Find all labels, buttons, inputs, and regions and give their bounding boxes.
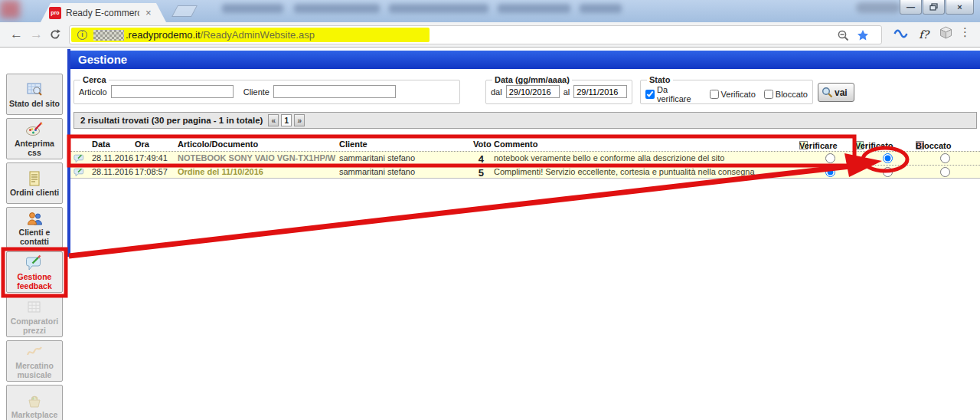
row1-verificare-radio[interactable] (825, 167, 835, 177)
browser-menu-icon[interactable]: ⋮ (959, 25, 971, 39)
extension-icons: f? (893, 26, 952, 42)
col-header-voto: Voto (473, 139, 492, 149)
search-fieldset: Cerca Articolo Cliente (74, 75, 460, 104)
cliente-label: Cliente (243, 87, 270, 97)
info-icon[interactable] (77, 30, 87, 40)
sidebar-label: Gestione feedback (7, 272, 62, 290)
dal-label: dal (491, 87, 502, 97)
articolo-input[interactable] (111, 85, 234, 98)
pagination-prev-button[interactable]: « (268, 114, 279, 126)
window-controls: — × (900, 0, 974, 15)
cliente-input[interactable] (273, 85, 396, 98)
cell-voto: 5 (470, 167, 484, 179)
censored-url-segment (93, 30, 124, 41)
browser-titlebar: pro Ready E-commerce - Pan × — × (0, 0, 980, 22)
tab-close-icon[interactable]: × (145, 7, 152, 18)
cell-cliente: sammaritani stefano (339, 167, 415, 176)
censored-blob (389, 4, 488, 13)
sidebar-label: Ordini clienti (8, 188, 60, 197)
cell-articolo-link[interactable]: NOTEBOOK SONY VAIO VGN-TX1HP/W (178, 153, 335, 162)
close-button[interactable]: × (946, 0, 974, 15)
feedback-row: 28.11.2016 17:08:57 Ordine del 11/10/201… (70, 165, 980, 179)
sidebar-item-anteprima-css[interactable]: Anteprima css (6, 118, 63, 159)
censored-blob (856, 2, 900, 13)
wave-extension-icon[interactable] (893, 28, 908, 41)
cell-commento: notebook veramente bello e conforme alla… (494, 153, 724, 162)
zoom-out-icon[interactable] (838, 30, 849, 44)
censored-blob (222, 4, 283, 13)
forward-icon[interactable] (30, 26, 43, 43)
pagination-page-button[interactable]: 1 (281, 114, 292, 126)
censored-blob (294, 4, 380, 13)
verificato-header-label: Verificato (855, 141, 893, 150)
da-verificare-checkbox[interactable] (645, 90, 655, 99)
tab-favicon: pro (49, 7, 61, 19)
refresh-icon[interactable] (49, 28, 61, 44)
status-fieldset: Stato Da verificare Verificato Bloccato (640, 75, 813, 104)
row1-bloccato-radio[interactable] (940, 167, 950, 177)
sidebar-label: Clienti e contatti (7, 228, 62, 246)
screenshot-root: { "colors": { "annotation_red": "#e01111… (0, 0, 980, 420)
cell-data: 28.11.2016 (92, 153, 133, 162)
col-header-cliente: Cliente (339, 139, 368, 149)
col-header-commento: Commento (494, 139, 537, 149)
cell-commento: Complimenti! Servizio eccellente, cortes… (494, 167, 755, 176)
sidebar-item-gestione-feedback[interactable]: Gestione feedback (6, 251, 63, 293)
new-tab-button[interactable] (172, 5, 198, 17)
verificato-checkbox[interactable] (710, 90, 719, 99)
search-icon (822, 87, 833, 98)
browser-tab[interactable]: pro Ready E-commerce - Pan × (51, 3, 156, 22)
fn-extension-icon[interactable]: f? (919, 28, 929, 41)
sidebar-item-clienti-e-contatti[interactable]: Clienti e contatti (6, 207, 63, 248)
minimize-button[interactable]: — (900, 0, 922, 15)
sidebar-item-comparatori-prezzi[interactable]: Comparatori prezzi (6, 296, 63, 337)
site-status-icon (25, 81, 44, 98)
bloccato-label: Bloccato (776, 90, 808, 99)
sidebar-item-ordini-clienti[interactable]: Ordini clienti (6, 162, 63, 204)
date-fieldset: Data (gg/mm/aaaa) dal al (485, 75, 632, 104)
row0-verificare-radio[interactable] (825, 153, 835, 163)
feedback-edit-icon[interactable] (74, 167, 85, 179)
maximize-button[interactable] (923, 0, 945, 15)
row1-verificato-radio[interactable] (883, 167, 893, 177)
cell-data: 28.11.2016 (92, 167, 133, 176)
al-label: al (564, 87, 570, 97)
verificare-header-label: Verificare (799, 141, 838, 150)
sidebar-item-mercatino-musicale[interactable]: Mercatino musicale (6, 340, 63, 382)
row0-verificato-radio[interactable] (883, 153, 893, 163)
table-header-row: Data Ora Articolo/Documento Cliente Voto… (70, 138, 980, 151)
cell-articolo-link[interactable]: Ordine del 11/10/2016 (178, 167, 263, 176)
vai-button[interactable]: vai (818, 83, 854, 102)
cell-voto: 4 (470, 153, 484, 165)
row0-bloccato-radio[interactable] (940, 153, 950, 163)
sidebar-label: Comparatori prezzi (7, 317, 62, 335)
url-path: /ReadyAdminWebsite.asp (201, 29, 315, 41)
cell-ora: 17:08:57 (135, 167, 168, 176)
vai-button-label: vai (835, 87, 848, 98)
bloccato-checkbox[interactable] (764, 90, 773, 99)
date-to-input[interactable] (573, 85, 627, 98)
cube-extension-icon[interactable] (939, 26, 952, 42)
customers-icon (25, 210, 44, 227)
feedback-row: 28.11.2016 17:49:41 NOTEBOOK SONY VAIO V… (70, 151, 980, 165)
date-from-input[interactable] (506, 85, 560, 98)
censored-blob (580, 4, 622, 13)
bookmark-star-icon[interactable] (857, 29, 869, 44)
feedback-edit-icon[interactable] (74, 153, 85, 166)
bloccato-header-label: Bloccato (916, 141, 951, 150)
marketplace-basket-icon (25, 392, 44, 409)
css-preview-icon (25, 121, 44, 138)
url-bar[interactable]: .readyprodemo.it/ReadyAdminWebsite.asp (69, 25, 882, 44)
sidebar-label: Marketplace (10, 410, 60, 419)
back-icon[interactable] (10, 26, 23, 43)
pagination-next-button[interactable]: » (294, 114, 305, 126)
restore-icon (929, 3, 938, 11)
sidebar-item-marketplace[interactable]: Marketplace (6, 385, 63, 420)
page-title: Gestione (70, 51, 980, 69)
tab-title: Ready E-commerce - Pan (66, 8, 139, 18)
sidebar-item-stato-del-sito[interactable]: Stato del sito (6, 74, 63, 115)
col-header-articolo: Articolo/Documento (178, 139, 258, 149)
verificato-label: Verificato (721, 90, 756, 99)
browser-toolbar: .readyprodemo.it/ReadyAdminWebsite.asp f… (0, 22, 980, 48)
feedback-icon (25, 254, 44, 271)
